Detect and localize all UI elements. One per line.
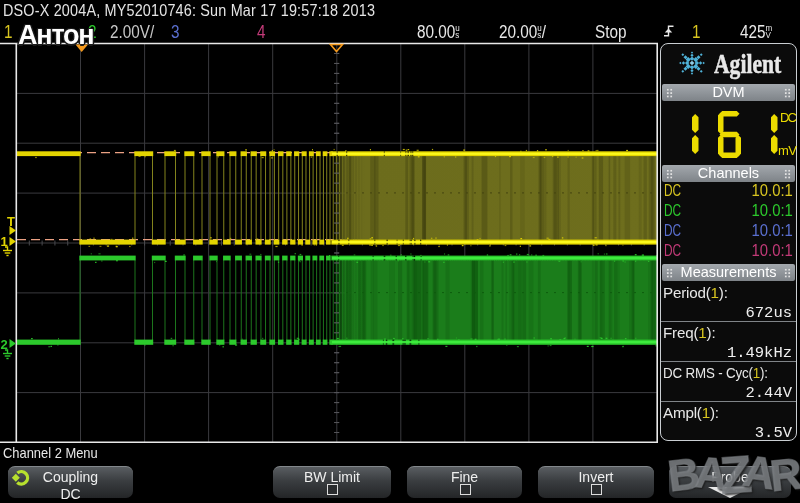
svg-text:T: T [7,214,15,229]
svg-text:DC: DC [780,110,797,125]
svg-text:mV: mV [778,143,797,158]
